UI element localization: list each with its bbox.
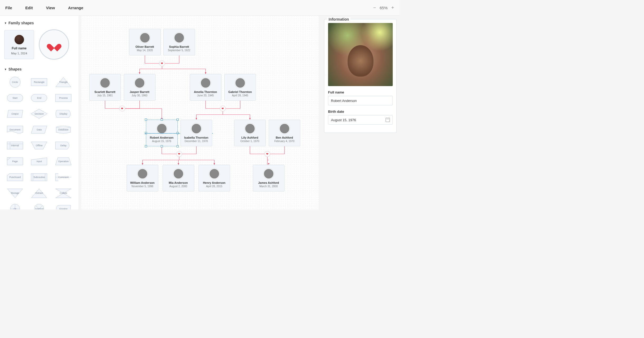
person-card-oliver[interactable]: Oliver BarrettMay 14, 1920 [129, 29, 161, 55]
svg-rect-1 [31, 78, 47, 86]
couple-heart-shape[interactable] [39, 29, 69, 60]
zoom-in-button[interactable]: + [391, 5, 394, 11]
person-name: Henry Anderson [203, 181, 225, 184]
person-date: June 20, 1945 [197, 94, 214, 97]
person-card-jasper[interactable]: Jasper BarrettJuly 30, 1960 [124, 74, 155, 101]
birthdate-label: Birth date [328, 110, 393, 114]
calendar-icon[interactable] [386, 118, 390, 122]
avatar-icon [174, 32, 184, 43]
shape-document[interactable]: Document [4, 123, 26, 136]
shape-data[interactable]: Data [29, 123, 50, 136]
person-date: May 14, 1920 [137, 49, 153, 52]
person-date: August 15, 1976 [152, 140, 171, 143]
person-name: Mia Anderson [169, 181, 188, 184]
shape-database[interactable]: Database [53, 123, 74, 136]
svg-rect-8 [31, 173, 47, 181]
person-card-amelia[interactable]: Amelia ThorntonJune 20, 1945 [190, 74, 221, 101]
information-panel: Information Full name Robert Anderson Bi… [324, 19, 397, 133]
shape-storage[interactable]: Storage [4, 186, 26, 200]
person-date: April 28, 2015 [206, 185, 222, 188]
shape-offline[interactable]: Offline [29, 139, 50, 152]
shape-end[interactable]: End [29, 91, 50, 105]
shape-start[interactable]: Start [4, 91, 26, 105]
person-card-william[interactable]: William AndersonNovember 5, 1998 [127, 165, 158, 191]
shape-rectangle[interactable]: Rectangle [29, 76, 50, 89]
couple-heart-node[interactable] [220, 106, 226, 111]
top-menubar: File Edit View Arrange − 65% + [0, 0, 399, 16]
family-shapes-header[interactable]: Family shapes [4, 21, 75, 25]
shape-comment[interactable]: Comment [53, 171, 74, 184]
shape-operation[interactable]: Operation [53, 155, 74, 168]
shape-collate[interactable]: Collate [53, 186, 74, 200]
couple-heart-node[interactable] [159, 60, 165, 66]
person-date: November 5, 1998 [131, 185, 153, 188]
menu-view[interactable]: View [46, 6, 55, 10]
fullname-value: Robert Anderson [331, 99, 357, 103]
person-name: Lily Ashford [242, 136, 258, 139]
shape-keyring[interactable]: Keyring [53, 202, 74, 209]
avatar-icon [137, 168, 148, 179]
shape-display[interactable]: Display [53, 107, 74, 120]
avatar-icon [157, 123, 167, 134]
shape-subroutine[interactable]: Subroutine [29, 171, 50, 184]
birthdate-input[interactable]: August 15, 1976 [328, 115, 393, 125]
shape-extract[interactable]: Extract [29, 186, 50, 200]
shape-junction[interactable]: Junction [29, 202, 50, 209]
person-date: July 15, 1961 [97, 94, 113, 97]
person-card-shape[interactable]: Full name May 1, 2024 [4, 30, 34, 59]
person-card-lily[interactable]: Lily AshfordOctober 1, 1970 [234, 120, 266, 146]
menu-arrange[interactable]: Arrange [68, 6, 83, 10]
menu-edit[interactable]: Edit [25, 6, 33, 10]
info-panel-title: Information [327, 17, 351, 21]
avatar-icon [263, 168, 274, 179]
avatar-icon [173, 168, 184, 179]
person-name: Isabella Thornton [184, 136, 209, 139]
person-date: March 31, 2000 [259, 185, 278, 188]
shape-input[interactable]: Input [29, 155, 50, 168]
fullname-input[interactable]: Robert Anderson [328, 96, 393, 105]
person-name: Amelia Thornton [194, 90, 217, 93]
shape-punchcard[interactable]: Punchcard [4, 171, 26, 184]
fullname-label: Full name [328, 90, 393, 94]
person-card-gabriel[interactable]: Gabriel ThorntonApril 28, 1945 [224, 74, 256, 101]
menu-file[interactable]: File [5, 6, 12, 10]
shape-triangle[interactable]: Triangle [53, 76, 74, 89]
person-card-scarlett[interactable]: Scarlett BarrettJuly 15, 1961 [89, 74, 121, 101]
shape-page[interactable]: Page [4, 155, 26, 168]
zoom-level: 65% [380, 6, 387, 10]
person-date: February 4, 1970 [274, 140, 294, 143]
person-card-henry[interactable]: Henry AndersonApril 28, 2015 [198, 165, 230, 191]
person-card-isabella[interactable]: Isabella ThorntonDecember 11, 1978 [181, 120, 212, 146]
person-card-mia[interactable]: Mia AndersonAugust 2, 2000 [163, 165, 194, 191]
shape-decision[interactable]: Decision [29, 107, 50, 120]
zoom-out-button[interactable]: − [373, 5, 376, 11]
birthdate-value: August 15, 1976 [331, 118, 356, 122]
avatar-icon [200, 78, 211, 88]
person-name: Ben Ashford [276, 136, 293, 139]
person-name: Scarlett Barrett [94, 90, 115, 93]
person-card-sophia[interactable]: Sophia BarrettSeptember 5, 1922 [163, 29, 195, 55]
svg-rect-5 [7, 142, 23, 149]
avatar-icon [235, 78, 245, 88]
template-name: Full name [12, 46, 26, 50]
couple-heart-node[interactable] [264, 151, 270, 157]
avatar-icon [140, 32, 150, 43]
person-date: December 11, 1978 [185, 140, 208, 143]
shape-output[interactable]: Output [4, 107, 26, 120]
left-shapes-panel: Family shapes Full name May 1, 2024 Shap… [0, 16, 78, 209]
person-name: William Anderson [130, 181, 154, 184]
avatar-icon [14, 34, 25, 45]
shape-delay[interactable]: Delay [53, 139, 74, 152]
shape-process[interactable]: Process [53, 91, 74, 105]
person-card-ben[interactable]: Ben AshfordFebruary 4, 1970 [269, 120, 300, 146]
svg-rect-4 [55, 94, 71, 102]
couple-heart-node[interactable] [119, 106, 125, 111]
shape-circle[interactable]: Circle [4, 76, 26, 89]
shape-internal[interactable]: Internal [4, 139, 26, 152]
shapes-header[interactable]: Shapes [4, 67, 75, 71]
diagram-canvas[interactable]: Oliver BarrettMay 14, 1920Sophia Barrett… [78, 16, 321, 209]
couple-heart-node[interactable] [176, 151, 182, 157]
shape-or[interactable]: Or [4, 202, 26, 209]
person-card-james[interactable]: James AshfordMarch 31, 2000 [253, 165, 285, 191]
svg-point-0 [10, 77, 20, 87]
